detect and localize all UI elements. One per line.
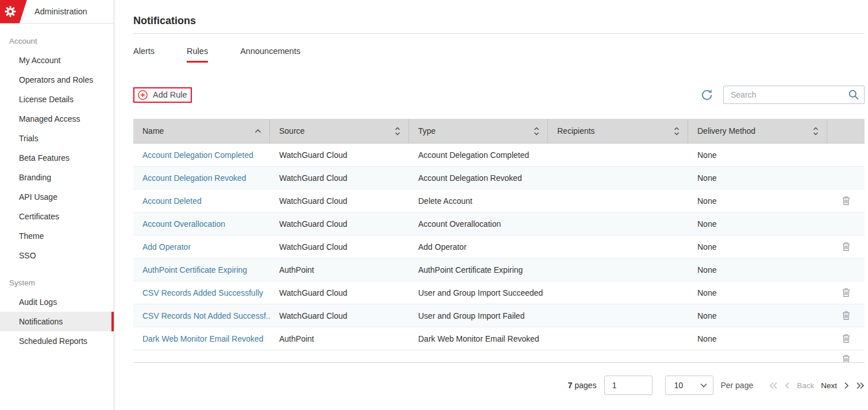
next-page-button[interactable] bbox=[844, 382, 849, 389]
tab-rules[interactable]: Rules bbox=[187, 47, 208, 63]
cell-source: WatchGuard Cloud bbox=[270, 212, 409, 235]
app-title: Administration bbox=[34, 7, 87, 16]
delete-rule-button[interactable] bbox=[842, 311, 850, 320]
delete-rule-button[interactable] bbox=[842, 334, 850, 343]
page-number-input[interactable] bbox=[604, 376, 653, 395]
table-row: CSV Records Not Added Successf...WatchGu… bbox=[133, 304, 865, 327]
sidebar-item-audit-logs[interactable]: Audit Logs bbox=[0, 292, 114, 312]
rule-name-link[interactable]: Account Delegation Completed bbox=[133, 144, 270, 166]
sidebar-item-branding[interactable]: Branding bbox=[0, 168, 114, 187]
sidebar-item-sso[interactable]: SSO bbox=[0, 246, 114, 265]
rule-name-link[interactable]: Dark Web Monitor Email Revoked bbox=[133, 327, 270, 350]
sidebar-item-license-details[interactable]: License Details bbox=[0, 90, 114, 109]
cell-delivery-method: None bbox=[688, 235, 827, 258]
column-header-actions bbox=[827, 119, 865, 143]
cell-source: AuthPoint bbox=[270, 258, 409, 281]
sidebar-item-my-account[interactable]: My Account bbox=[0, 51, 114, 70]
rule-name-link[interactable]: CSV Records Added Successfully bbox=[133, 281, 270, 304]
rule-name-link[interactable]: CSV Records Not Added Successf... bbox=[133, 304, 270, 327]
cell-actions bbox=[827, 258, 865, 281]
delete-rule-button[interactable] bbox=[842, 354, 850, 363]
cell-delivery-method: None bbox=[688, 258, 827, 281]
add-rule-button[interactable]: Add Rule bbox=[138, 90, 187, 100]
cell-source: WatchGuard Cloud bbox=[270, 167, 409, 189]
cell-recipients bbox=[548, 327, 688, 350]
pagination: 7 pages 10 Per page Back bbox=[133, 376, 865, 395]
search-icon[interactable] bbox=[848, 89, 859, 100]
column-header-delivery-method[interactable]: Delivery Method bbox=[688, 119, 827, 143]
last-page-button[interactable] bbox=[856, 382, 865, 389]
cell-actions bbox=[827, 281, 865, 304]
table-row: CSV Records Added SuccessfullyWatchGuard… bbox=[133, 281, 865, 304]
search-box bbox=[723, 86, 865, 104]
cell-delivery-method: None bbox=[688, 304, 827, 327]
cell-recipients bbox=[548, 258, 688, 281]
search-input[interactable] bbox=[731, 90, 848, 99]
column-label: Source bbox=[279, 126, 304, 136]
rule-name-link[interactable]: Account Deleted bbox=[133, 189, 270, 212]
chevron-right-icon bbox=[844, 382, 849, 389]
sidebar-item-certificates[interactable]: Certificates bbox=[0, 207, 114, 226]
toolbar-right bbox=[700, 86, 865, 104]
sidebar-header: Administration bbox=[0, 0, 114, 24]
rule-name-link[interactable]: Add Operator bbox=[133, 235, 270, 258]
sidebar-item-scheduled-reports[interactable]: Scheduled Reports bbox=[0, 331, 114, 351]
cell-type: Delete Account bbox=[409, 189, 548, 212]
sort-icon bbox=[674, 127, 680, 136]
previous-page-button[interactable] bbox=[785, 382, 790, 389]
next-button[interactable]: Next bbox=[821, 381, 837, 390]
refresh-button[interactable] bbox=[700, 88, 713, 102]
delete-rule-button[interactable] bbox=[842, 242, 850, 252]
cell-actions bbox=[827, 167, 865, 189]
pager: Back Next bbox=[769, 381, 865, 390]
first-page-button[interactable] bbox=[769, 382, 778, 389]
table-row: AuthPoint Certificate ExpiringAuthPointA… bbox=[133, 258, 865, 281]
cell-source: WatchGuard Cloud bbox=[270, 281, 409, 304]
main-content: Notifications AlertsRulesAnnouncements A… bbox=[114, 0, 868, 410]
rule-name-link[interactable]: AuthPoint Certificate Expiring bbox=[133, 258, 270, 281]
sidebar-item-operators-and-roles[interactable]: Operators and Roles bbox=[0, 70, 114, 90]
table-body: Account Delegation CompletedWatchGuard C… bbox=[133, 144, 865, 350]
trash-icon bbox=[842, 242, 850, 252]
double-chevron-left-icon bbox=[769, 382, 778, 389]
cell-actions bbox=[827, 189, 865, 212]
cell-recipients bbox=[548, 235, 688, 258]
delete-rule-button[interactable] bbox=[842, 196, 850, 206]
trash-icon bbox=[842, 288, 850, 297]
sidebar-item-theme[interactable]: Theme bbox=[0, 226, 114, 246]
cell-actions bbox=[827, 304, 865, 327]
sidebar-item-trials[interactable]: Trials bbox=[0, 129, 114, 148]
tab-alerts[interactable]: Alerts bbox=[133, 47, 155, 63]
back-button[interactable]: Back bbox=[797, 381, 814, 390]
plus-circle-icon bbox=[138, 90, 148, 100]
cell-type: Dark Web Monitor Email Revoked bbox=[409, 327, 548, 350]
cell-actions bbox=[827, 327, 865, 350]
column-header-source[interactable]: Source bbox=[270, 119, 409, 143]
delete-rule-button[interactable] bbox=[842, 288, 850, 297]
sidebar-item-managed-access[interactable]: Managed Access bbox=[0, 109, 114, 129]
column-header-name[interactable]: Name bbox=[133, 119, 270, 143]
cell-actions bbox=[827, 212, 865, 235]
tab-bar: AlertsRulesAnnouncements bbox=[133, 47, 865, 63]
table-row: Account Delegation RevokedWatchGuard Clo… bbox=[133, 167, 865, 189]
rule-name-link[interactable]: Account Overallocation bbox=[133, 212, 270, 235]
table-row: Account DeletedWatchGuard CloudDelete Ac… bbox=[133, 189, 865, 212]
tab-announcements[interactable]: Announcements bbox=[240, 47, 300, 63]
add-rule-highlight-annotation: Add Rule bbox=[133, 87, 192, 103]
sort-icon bbox=[534, 127, 539, 136]
sidebar-section-system: System bbox=[9, 279, 105, 287]
column-header-type[interactable]: Type bbox=[409, 119, 548, 143]
cell-recipients bbox=[548, 304, 688, 327]
cell-delivery-method: None bbox=[688, 189, 827, 212]
cell-recipients bbox=[548, 189, 688, 212]
sidebar-item-api-usage[interactable]: API Usage bbox=[0, 187, 114, 207]
sidebar-item-beta-features[interactable]: Beta Features bbox=[0, 148, 114, 168]
cell-recipients bbox=[548, 212, 688, 235]
column-header-recipients[interactable]: Recipients bbox=[548, 119, 688, 143]
cell-source: WatchGuard Cloud bbox=[270, 235, 409, 258]
rule-name-link[interactable]: Account Delegation Revoked bbox=[133, 167, 270, 189]
column-label: Recipients bbox=[557, 126, 595, 136]
per-page-select[interactable]: 10 bbox=[665, 376, 713, 395]
gear-icon bbox=[4, 5, 17, 18]
sidebar-item-notifications[interactable]: Notifications bbox=[0, 312, 114, 331]
